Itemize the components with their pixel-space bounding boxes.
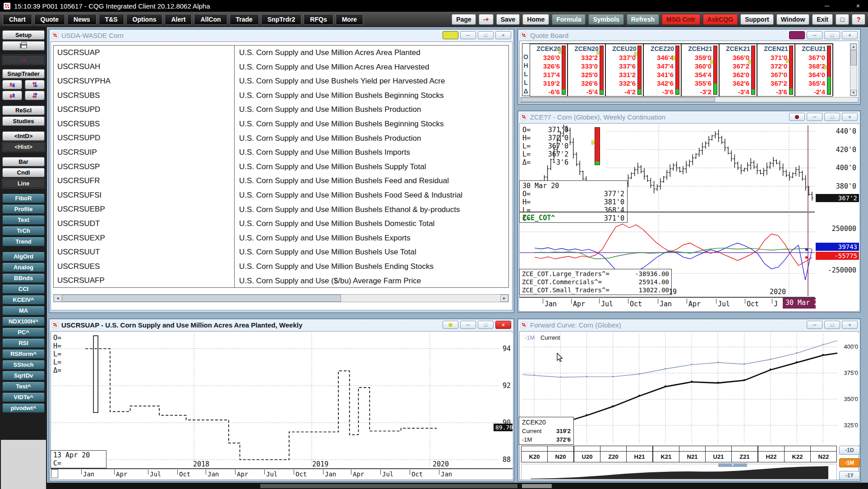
table-row[interactable]: USCRSUFRU.S. Corn Supply and Use Million… [54, 174, 508, 188]
scroll-up-icon[interactable]: ▲ [850, 44, 857, 50]
toolbar-button-formula[interactable]: Formula [552, 14, 586, 25]
menu-options[interactable]: Options [126, 14, 163, 25]
quote-column-zcen21[interactable]: ZCEN21371'0372'0367'0367'2-3'6 [757, 44, 795, 97]
menu-ts[interactable]: T&S [99, 14, 124, 25]
sidebar-item-trch[interactable]: TrCh [2, 226, 45, 235]
sidebar-swap-arrows-icon[interactable]: ⇆ [2, 80, 22, 89]
scroll-right-icon[interactable]: ► [500, 295, 508, 302]
window-arrange-icon[interactable]: □ [836, 14, 849, 25]
table-row[interactable]: USCRSUFSIU.S. Corn Supply and Use Millio… [54, 188, 508, 203]
toolbar-button-askcqg[interactable]: AskCQG [703, 14, 738, 25]
sidebar-item-magnet-icon[interactable]: ∩ [2, 55, 45, 65]
toolbar-button-save[interactable]: Save [496, 14, 520, 25]
table-row[interactable]: USCRSUIPU.S. Corn Supply and Use Million… [54, 145, 508, 160]
contract-axis-label[interactable]: N20 [547, 451, 574, 462]
range-button-minus1Y[interactable]: -1Y [839, 471, 860, 480]
toolbar-button-support[interactable]: Support [740, 14, 774, 25]
table-row[interactable]: USCRSUYPHAU.S. Corn Supply and Use Bushe… [54, 74, 508, 88]
panel-color-tag-button[interactable] [443, 31, 458, 39]
minimize-button[interactable]: ─ [807, 31, 822, 39]
contract-axis-label[interactable]: K22 [784, 451, 811, 462]
wasde-hscrollbar[interactable]: ◄ ► [53, 294, 509, 302]
range-button-minus1D[interactable]: -1D [839, 446, 860, 455]
sidebar-item-bbnds[interactable]: BBnds [2, 273, 45, 283]
table-row[interactable]: USCRSUAHU.S. Corn Supply and Use Million… [54, 60, 508, 74]
minimize-button[interactable]: ─ [460, 31, 476, 39]
menu-chart[interactable]: Chart [3, 14, 32, 25]
menu-news[interactable]: News [67, 14, 97, 25]
help-icon[interactable]: ? [852, 14, 865, 25]
table-row[interactable]: USCRSUEXPU.S. Corn Supply and Use Millio… [54, 231, 508, 245]
sidebar-item-pivodwt[interactable]: pivodwt^ [2, 403, 45, 413]
sidebar-item-fibor[interactable]: FiboR [2, 194, 45, 203]
window-titlebar[interactable]: 15:10:39 P001 105617 - CQG Integrated Cl… [0, 0, 868, 12]
sidebar-item-rsiform[interactable]: RSIform^ [2, 349, 45, 359]
quote-column-zceu20[interactable]: ZCEU20337'0337'6331'2332'6-4'2 [605, 44, 643, 97]
sidebar-item-snaptrader[interactable]: SnapTrader [2, 69, 45, 78]
maximize-button[interactable]: □ [824, 113, 840, 121]
panel-color-tag-button[interactable] [789, 31, 805, 39]
panel-quote-board-titlebar[interactable]: Quote Board ─ □ × [518, 29, 860, 41]
sidebar-item-ma[interactable]: MA [2, 306, 45, 315]
sidebar-item-setup[interactable]: Setup [2, 30, 45, 40]
table-row[interactable]: USCRSUUTU.S. Corn Supply and Use Million… [54, 245, 508, 259]
window-close-icon[interactable]: × [856, 2, 860, 9]
sidebar-item-pc[interactable]: PC^ [2, 328, 45, 337]
table-row[interactable]: USCRSUEBPU.S. Corn Supply and Use Millio… [54, 203, 508, 217]
panel-uscrsuap-titlebar[interactable]: USCRSUAP - U.S. Corn Supply and Use Mill… [49, 319, 514, 331]
sidebar-swap-arrows-icon[interactable]: ⇄ [2, 91, 22, 100]
toolbar-button-window[interactable]: Window [776, 14, 810, 25]
scroll-thumb[interactable] [62, 295, 341, 302]
sidebar-item-kceiv[interactable]: KCEIV^ [2, 295, 45, 304]
sidebar-item-test[interactable]: Test^ [2, 382, 45, 391]
toolbar-button-refresh[interactable]: Refresh [627, 14, 659, 25]
menu-more[interactable]: More [336, 14, 363, 25]
quote-column-zcek21[interactable]: ZCEK21366'0367'2362'0362'6-3'4 [719, 44, 757, 97]
sidebar-item-algord[interactable]: AlgOrd [2, 252, 45, 261]
panel-color-tag-button[interactable] [443, 321, 458, 329]
table-row[interactable]: USCRSUSPU.S. Corn Supply and Use Million… [54, 160, 508, 174]
contract-axis-label[interactable]: Z20 [600, 451, 627, 462]
menu-trade[interactable]: Trade [230, 14, 259, 25]
uscrsuap-value-axis[interactable]: 9492908889.70 [500, 333, 512, 467]
quote-column-zceh21[interactable]: ZCEH21359'0360'0354'4355'6-3'2 [681, 44, 719, 97]
sidebar-item-hist[interactable]: <Hist> [2, 142, 45, 152]
contract-axis-label[interactable]: K21 [653, 451, 679, 462]
sidebar-item-trend[interactable]: Trend [2, 237, 45, 246]
minimize-button[interactable]: ─ [460, 321, 476, 329]
sidebar-item-cndl[interactable]: Cndl [2, 168, 45, 177]
menu-rfqs[interactable]: RFQs [304, 14, 333, 25]
scroll-left-icon[interactable]: ◄ [54, 295, 62, 302]
uscrsuap-chart[interactable] [52, 333, 499, 467]
quote-column-zcen20[interactable]: ZCEN20332'2333'0325'0326'6-5'4 [568, 44, 605, 97]
scroll-thumb[interactable] [521, 97, 715, 102]
toolbar-button-symbols[interactable]: Symbols [588, 14, 623, 25]
table-row[interactable]: USCRSUPDU.S. Corn Supply and Use Million… [54, 102, 508, 117]
sidebar-item-sqrtdv[interactable]: SqrtDv [2, 371, 45, 380]
forward-value-axis[interactable]: 400'0375'0350'0325'0 [838, 333, 859, 445]
forward-minimap[interactable] [521, 464, 837, 480]
table-row[interactable]: USCRSUPDU.S. Corn Supply and Use Million… [54, 131, 508, 146]
maximize-button[interactable]: □ [478, 321, 494, 329]
sidebar-swap-arrows-icon[interactable]: ⇵ [25, 91, 45, 100]
toolbar-button-[interactable]: -+ [479, 14, 494, 25]
menu-allcon[interactable]: AllCon [194, 14, 227, 25]
quote-column-zcek20[interactable]: ZCEK20326'0326'6317'4319'2-6'6 [530, 44, 568, 97]
quote-column-zcez20[interactable]: ZCEZ20346'4347'4341'6342'6-3'6 [643, 44, 681, 97]
range-button-minus1M[interactable]: -1M [839, 458, 860, 467]
table-row[interactable]: USCRSUAPU.S. Corn Supply and Use Million… [54, 46, 508, 60]
panel-color-tag-button[interactable] [789, 113, 805, 121]
menu-snptrdr2[interactable]: SnpTrdr2 [261, 14, 301, 25]
uscrsuap-time-axis[interactable]: JanAprJulOctJanAprJulOctJanAprJulOctJan [51, 468, 512, 479]
sidebar-item-bar[interactable]: Bar [2, 157, 45, 166]
quote-board-table[interactable]: OHLLΔZCEK20326'0326'6317'4319'2-6'6ZCEN2… [522, 43, 833, 96]
close-button[interactable]: × [842, 321, 858, 329]
contract-axis-label[interactable]: H21 [626, 451, 653, 462]
close-button[interactable]: × [495, 321, 511, 329]
sidebar-item-line[interactable]: Line [2, 179, 45, 188]
contract-axis-label[interactable]: U21 [705, 451, 732, 462]
maximize-button[interactable]: □ [824, 31, 840, 39]
close-button[interactable]: × [842, 31, 858, 39]
sidebar-item-analog[interactable]: Analog [2, 263, 45, 272]
table-row[interactable]: USCRSUDTU.S. Corn Supply and Use Million… [54, 217, 508, 231]
